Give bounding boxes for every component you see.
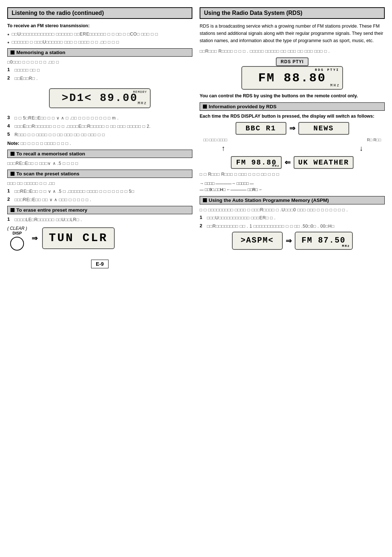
lcd-text-main: >D1< 89.00 <box>62 92 138 104</box>
flow-row-1: BBC R1 ⇒ NEWS <box>200 122 385 135</box>
fm-stereo-title: To receive an FM stereo transmission: <box>7 23 192 29</box>
aspm-step-num-2: 2 <box>200 223 205 229</box>
tun-clr-display: TUN CLR <box>42 227 115 249</box>
square-bullet-icon <box>11 50 15 54</box>
recall-text: □□□RE□E□□ □ □□□∨ ∧ .5 □ □ □ □ <box>7 160 192 167</box>
aspm-arrow-icon: ⇒ <box>286 236 292 245</box>
rds-garbled: □□R□□□ R□□□□ □ □ □ . □□□□□ □□□□□ □□ □□□ … <box>200 48 385 54</box>
up-arrow-icon: ↑ <box>221 144 225 153</box>
scan-title: To scan the preset stations <box>16 171 79 176</box>
erase-header: To erase entire preset memory <box>7 206 192 214</box>
step-num-3: 3 <box>7 115 12 121</box>
step-num-2: 2 <box>7 75 12 82</box>
main-section-header: Listening to the radio (continued) <box>7 7 192 19</box>
flow-line-1-text: → □□□□ ————→ □□□□□ — <box>200 180 254 187</box>
right-column: Using the Radio Data System (RDS) RDS is… <box>200 7 385 550</box>
rds-badge: RDS PTYI <box>276 57 309 66</box>
aspm-header: Using the Auto Station Programme Memory … <box>200 196 385 204</box>
aspm-step-2: 2 □□R□□□□□□□□ □□ . 1 □□□□□□□□□□□ □ □ □□ … <box>200 223 385 229</box>
rds-lcd-text: FM 88.80 <box>258 71 326 85</box>
square-bullet-aspm <box>203 198 207 202</box>
mhz-label-main: MHz <box>138 101 147 105</box>
rds-caption: You can control the RDS by using the but… <box>200 93 385 99</box>
info-title: Information provided by RDS <box>209 104 277 109</box>
flow-line-2: — □□9□.□□H□ ←———— □□R□ ← <box>200 187 385 193</box>
step-4: 4 □□□E□□R□□□□□□ □ □ □ .□□□□E□□R□□□□□ □ □… <box>7 123 192 130</box>
square-bullet-scan <box>11 172 15 176</box>
info-header: Information provided by RDS <box>200 102 385 111</box>
flow-line-1: → □□□□ ————→ □□□□□ — <box>200 180 385 187</box>
news-display: NEWS <box>298 122 349 135</box>
scan-header: To scan the preset stations <box>7 170 192 178</box>
step-5: 5 R□□□ □ □ □□□□ □ □ □□ □□□ □□ □□ □□□ □ □ <box>7 131 192 138</box>
aspm-step-num-1: 1 <box>200 215 205 221</box>
fm-bullet-2: □□□□□□ □ □□□U□□□□□□ □□□ □ □□□□ □ □ .□□ □… <box>7 39 192 45</box>
flow-row-2: FM 98.80 MHz ⇐ UK WEATHER <box>200 156 385 169</box>
fm-display: FM 98.80 MHz <box>231 156 282 169</box>
aspm-intro: □ □ □□□□□□□□□ □□□□ □ □□□R□□□□ □ .U□□□0 □… <box>200 207 385 213</box>
step-text-1: □□□□□ □□ □ <box>15 67 40 73</box>
aspm-step-text-2: □□R□□□□□□□□ □□ . 1 □□□□□□□□□□□ □ □ □□ .5… <box>207 223 334 229</box>
memorising-header: Memorising a station <box>7 48 192 57</box>
erase-step-1: 1 □□□□LE□R□□□□□□ □□U□□LR□ . <box>7 216 192 223</box>
rds-display-large: RDS PTYI FM 88.80 MHz <box>241 66 343 90</box>
page: Listening to the radio (continued) To re… <box>0 0 392 557</box>
aspm-step-1: 1 □□□U□□□□□□□□□□□ □□□ER□ □ . <box>200 215 385 221</box>
rds-main-header: Using the Radio Data System (RDS) <box>200 7 385 19</box>
rds-mhz: MHz <box>330 84 340 88</box>
down-arrow-icon: ↓ <box>359 144 363 153</box>
step-text-3: □ □ 5□RE□E□□ □ □ ∨ ∧ □ .□□ □ □ □ □ □ □ □… <box>15 115 119 121</box>
step-1: 1 □□□□□ □□ □ <box>7 67 192 73</box>
news-text: NEWS <box>313 124 334 133</box>
main-title: Listening to the radio (continued) <box>12 10 104 16</box>
rds-intro-text: RDS is a broadcasting service which a gr… <box>200 24 383 43</box>
scan-step-text-1: □□RE□E□□ □ □ ∨ ∧ .5 □ .□□□□□□ □□□□ □ □ □… <box>15 188 134 195</box>
fm-stereo-section: To receive an FM stereo transmission: □□… <box>7 23 192 45</box>
rds-inner-label: RDS PTYI <box>315 68 339 72</box>
scan-step-text-2: □□□RE□E□□ □□ ∨ ∧ □□□ □ □ □ □ □ . <box>15 196 91 203</box>
flow-diagram: → □□□□ ————→ □□□□□ — — □□9□.□□H□ ←———— □… <box>200 180 385 193</box>
note-text: □□ □ □ □ □ □□□□ □ □ □ . <box>21 141 71 146</box>
aspm-fm-mhz: MHz <box>342 244 350 248</box>
info-subtitle: Each time the RDS DISPLAY button is pres… <box>200 113 385 120</box>
step-num-5: 5 <box>7 131 12 138</box>
disp-label: DISP <box>7 231 27 235</box>
left-column: Listening to the radio (continued) To re… <box>7 7 192 550</box>
flow-arrow-left: ⇐ <box>285 158 291 167</box>
step-num-4: 4 <box>7 123 12 130</box>
lcd-display-main: MEMORY >D1< 89.00 MHz <box>49 88 151 108</box>
rds-title: Using the Radio Data System (RDS) <box>204 10 302 16</box>
tun-clr-text: TUN CLR <box>49 231 107 245</box>
clear-label-area: ( CLEAR ) DISP <box>7 226 27 251</box>
note-label: Note: <box>7 141 19 146</box>
step-2: 2 □□E□□R□ . <box>7 75 192 82</box>
aspm-fm-display: FM 87.50 MHz <box>295 232 353 250</box>
clear-label: ( CLEAR ) <box>7 226 27 231</box>
clear-section: ( CLEAR ) DISP ⇒ TUN CLR <box>7 226 192 251</box>
step-text-2: □□E□□R□ . <box>15 75 38 82</box>
memory-label: MEMORY <box>133 90 147 94</box>
page-number-row: E-9 <box>7 256 192 272</box>
rds-intro: RDS is a broadcasting service which a gr… <box>200 23 385 44</box>
bbc-text: BBC R1 <box>245 124 276 133</box>
scan-step-1: 1 □□RE□E□□ □ □ ∨ ∧ .5 □ .□□□□□□ □□□□ □ □… <box>7 188 192 195</box>
aspm-display: >ASPM< <box>232 232 283 250</box>
flow-garbled: □ □ R□□□ R□□□ □ □□□ □ □ □ □□ □ □ □ <box>200 171 385 178</box>
note-section: Note: □□ □ □ □ □ □□□□ □ □ □ . <box>7 140 192 147</box>
square-bullet-recall <box>11 152 15 156</box>
arrow-right-icon: ⇒ <box>32 234 38 243</box>
recall-header: To recall a memorised station <box>7 150 192 158</box>
aspm-step-text-1: □□□U□□□□□□□□□□□ □□□ER□ □ . <box>207 215 275 221</box>
fm-text: FM 98.80 <box>236 158 277 167</box>
aspm-flow-row: >ASPM< ⇒ FM 87.50 MHz <box>200 232 385 250</box>
fm-bullet-1: □□U□□□□□□□□□□□□ □□□□□□ □□ERE□□□□□□ □ □ □… <box>7 31 192 37</box>
flow-caption-2: R□ R□□ <box>367 138 381 142</box>
flow-arrow-1: ⇒ <box>289 124 295 133</box>
square-bullet-erase <box>11 208 15 212</box>
step-3: 3 □ □ 5□RE□E□□ □ □ ∨ ∧ □ .□□ □ □ □ □ □ □… <box>7 115 192 121</box>
disp-button[interactable] <box>10 237 24 251</box>
ukweather-text: UK WEATHER <box>298 158 349 167</box>
aspm-title: Using the Auto Station Programme Memory … <box>209 198 329 203</box>
memorising-intro: □0□□□ □ □ □ □ □ □ .□□ □ <box>7 59 192 65</box>
erase-step-text-1: □□□□LE□R□□□□□□ □□U□□LR□ . <box>15 216 82 223</box>
